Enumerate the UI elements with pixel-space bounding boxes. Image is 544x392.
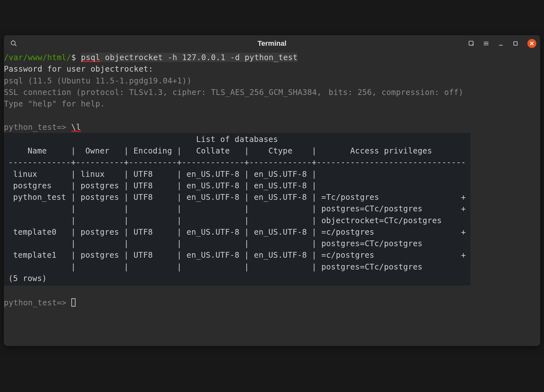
- database-list-box: List of databases Name | Owner | Encodin…: [4, 133, 470, 286]
- menu-icon[interactable]: [480, 37, 492, 50]
- list-title: List of databases: [8, 135, 278, 144]
- ssl-line: SSL connection (protocol: TLSv1.3, ciphe…: [4, 88, 463, 97]
- cursor: [71, 298, 76, 307]
- prompt-symbol: $: [71, 53, 76, 62]
- new-tab-icon[interactable]: [465, 37, 477, 50]
- row-count: (5 rows): [8, 274, 47, 283]
- search-icon[interactable]: [8, 37, 20, 50]
- path-prompt: /var/www/html/: [4, 53, 71, 62]
- list-command: \l: [71, 123, 81, 132]
- svg-rect-2: [469, 41, 473, 45]
- minimize-button[interactable]: [495, 37, 507, 50]
- svg-line-1: [15, 44, 16, 46]
- terminal-window: Terminal /var/www/html/$ psql objectrock…: [4, 35, 540, 346]
- terminal-content[interactable]: /var/www/html/$ psql objectrocket -h 127…: [4, 52, 540, 309]
- svg-point-0: [11, 41, 15, 45]
- table-row: template1 | postgres | UTF8 | en_US.UTF-…: [8, 250, 466, 260]
- psql-prompt-2: python_test=>: [4, 298, 67, 307]
- password-line: Password for user objectrocket:: [4, 64, 153, 74]
- titlebar: Terminal: [4, 35, 540, 52]
- table-row: | | | | | postgres=CTc/postgres +: [8, 204, 466, 213]
- table-row: | | | | | objectrocket=CTc/postgres: [8, 216, 442, 225]
- table-row: template0 | postgres | UTF8 | en_US.UTF-…: [8, 227, 466, 237]
- table-divider: -------------+----------+----------+----…: [8, 158, 466, 167]
- table-row: postgres | postgres | UTF8 | en_US.UTF-8…: [8, 181, 321, 190]
- window-title: Terminal: [258, 39, 286, 48]
- maximize-button[interactable]: [509, 37, 522, 50]
- close-button[interactable]: [527, 39, 536, 48]
- table-headers: Name | Owner | Encoding | Collate | Ctyp…: [8, 146, 466, 155]
- version-line: psql (11.5 (Ubuntu 11.5-1.pgdg19.04+1)): [4, 76, 192, 85]
- table-row: linux | linux | UTF8 | en_US.UTF-8 | en_…: [8, 169, 321, 179]
- psql-prompt-1: python_test=>: [4, 122, 67, 132]
- help-line: Type "help" for help.: [4, 99, 105, 108]
- psql-args: objectrocket -h 127.0.0.1 -d python_test: [100, 53, 298, 62]
- psql-command: psql objectrocket -h 127.0.0.1 -d python…: [81, 53, 298, 62]
- table-row: | | | | | postgres=CTc/postgres: [8, 239, 422, 248]
- table-row: python_test | postgres | UTF8 | en_US.UT…: [8, 192, 466, 202]
- table-row: | | | | | postgres=CTc/postgres: [8, 262, 422, 271]
- psql-keyword: psql: [81, 54, 100, 62]
- svg-rect-9: [514, 42, 517, 45]
